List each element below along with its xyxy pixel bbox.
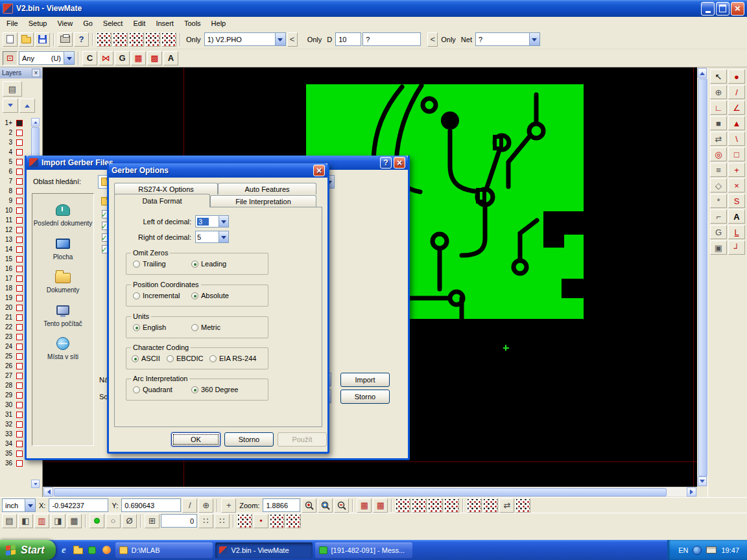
- mirror-icon[interactable]: ⇄: [710, 132, 727, 146]
- gcode-icon[interactable]: G: [115, 51, 130, 65]
- dot-marker-icon[interactable]: •: [254, 514, 268, 528]
- taskbar-window-messenger[interactable]: [191-482-091] - Mess...: [315, 542, 412, 558]
- menu-help[interactable]: Help: [206, 18, 231, 29]
- canvas-horizontal-scrollbar[interactable]: [43, 487, 697, 497]
- layers-panel-header[interactable]: Layers: [0, 67, 42, 78]
- delete-icon[interactable]: ×: [728, 178, 745, 192]
- text-tool-icon[interactable]: A: [163, 51, 178, 65]
- chevron-down-icon[interactable]: [275, 32, 286, 46]
- elbow-icon[interactable]: ⌐: [710, 209, 727, 224]
- scroll-right-icon[interactable]: [687, 487, 696, 496]
- center-target-icon[interactable]: ⊕: [198, 498, 213, 513]
- menu-insert[interactable]: Insert: [150, 18, 179, 29]
- layer-visibility-checkbox[interactable]: [16, 217, 23, 224]
- close-icon[interactable]: [32, 69, 40, 77]
- layer-down-icon[interactable]: [3, 99, 18, 113]
- radio-absolute[interactable]: Absolute: [191, 292, 229, 299]
- g-symbol-icon[interactable]: G: [710, 225, 727, 239]
- menu-file[interactable]: File: [1, 18, 23, 29]
- layers-scroll-down-icon[interactable]: [31, 480, 40, 488]
- layer-visibility-checkbox[interactable]: [16, 266, 23, 272]
- menu-setup[interactable]: Setup: [23, 18, 53, 29]
- tab-auto-features[interactable]: Auto Features: [218, 183, 316, 194]
- layer-visibility-checkbox[interactable]: [16, 285, 23, 292]
- left-decimal-combo[interactable]: 3: [195, 215, 229, 228]
- aperture-pattern-icon-2[interactable]: [270, 514, 285, 528]
- layer-visibility-checkbox[interactable]: [16, 139, 23, 146]
- dcode-input[interactable]: 10: [335, 32, 361, 46]
- scroll-down-icon[interactable]: [698, 476, 707, 486]
- save-file-icon[interactable]: [35, 32, 50, 47]
- transform-icon[interactable]: ⇄: [499, 498, 514, 513]
- origin-point-icon[interactable]: ⊕: [710, 85, 727, 99]
- filled-triangle-icon[interactable]: ▲: [728, 116, 745, 130]
- layer-visibility-checkbox[interactable]: [16, 441, 23, 447]
- layer-up-icon[interactable]: [19, 99, 35, 113]
- tab-data-format[interactable]: Data Format: [114, 194, 210, 207]
- close-button[interactable]: [731, 2, 744, 16]
- layer-visibility-checkbox[interactable]: [16, 227, 23, 233]
- chevron-down-icon[interactable]: [219, 215, 229, 228]
- s-curve-icon[interactable]: S: [728, 194, 745, 208]
- radio-trailing[interactable]: Trailing: [133, 260, 166, 268]
- grid-view-icon[interactable]: ▦: [357, 498, 372, 513]
- render-mode-icon-5[interactable]: [467, 498, 482, 513]
- right-decimal-combo[interactable]: 5: [195, 231, 229, 243]
- layer-visibility-checkbox[interactable]: [16, 237, 23, 243]
- layer-visibility-checkbox[interactable]: [16, 402, 23, 408]
- horizontal-scrollbar-thumb[interactable]: [54, 488, 667, 496]
- aperture-pattern-icon-1[interactable]: [237, 514, 252, 528]
- diamond-icon[interactable]: ◇: [710, 178, 727, 192]
- hatch-icon[interactable]: ▩: [147, 51, 162, 65]
- tab-file-interpretation[interactable]: File Interpretation: [210, 195, 316, 207]
- context-help-icon[interactable]: ?: [74, 32, 89, 47]
- dot-grid-dense-icon[interactable]: ∷: [215, 514, 230, 528]
- only-net-toggle[interactable]: Only: [439, 36, 458, 43]
- start-button[interactable]: Start: [0, 540, 56, 560]
- layer-row[interactable]: 1+: [0, 118, 30, 128]
- panel-icon[interactable]: ▣: [710, 240, 727, 255]
- selection-count-field[interactable]: 0: [161, 514, 197, 528]
- layers-scroll-up-icon[interactable]: [31, 118, 40, 126]
- layer-visibility-checkbox[interactable]: [16, 207, 23, 214]
- aperture-pattern-icon-3[interactable]: [286, 514, 301, 528]
- radio-ascii[interactable]: ASCII: [132, 355, 160, 362]
- import-cancel-button[interactable]: Storno: [340, 390, 390, 404]
- radio-360-degree[interactable]: 360 Degree: [191, 386, 239, 393]
- select-arrow-icon[interactable]: ↖: [710, 69, 727, 84]
- dialog-close-button[interactable]: [394, 157, 405, 169]
- dot-grid-icon[interactable]: ∷: [198, 514, 213, 528]
- import-button[interactable]: Import: [340, 373, 390, 387]
- measure-diagonal-icon[interactable]: /: [182, 498, 197, 513]
- pan-origin-icon[interactable]: +: [221, 498, 236, 513]
- chevron-down-icon[interactable]: [64, 51, 75, 65]
- grid-fill-icon[interactable]: ▦: [131, 51, 146, 65]
- help-button[interactable]: ?: [380, 157, 392, 169]
- chevron-down-icon[interactable]: [25, 498, 36, 512]
- target-circle-icon[interactable]: ◎: [710, 147, 727, 161]
- layer-visibility-checkbox[interactable]: [16, 149, 23, 156]
- round-pad-icon[interactable]: ●: [728, 69, 745, 84]
- layer-visibility-checkbox[interactable]: [16, 460, 23, 467]
- menu-view[interactable]: View: [52, 18, 78, 29]
- layer-visibility-checkbox[interactable]: [16, 431, 23, 438]
- place-desktop[interactable]: Plocha: [32, 236, 93, 261]
- layer-combo[interactable]: 1) V2.PHO: [204, 32, 286, 46]
- layer-visibility-checkbox[interactable]: [16, 450, 23, 457]
- taskbar-window-viewmate[interactable]: V2.bin - ViewMate: [215, 542, 313, 558]
- place-documents[interactable]: Dokumenty: [32, 269, 93, 294]
- net-combo[interactable]: ?: [475, 32, 540, 46]
- layer-visibility-checkbox[interactable]: [16, 178, 23, 185]
- vertical-scrollbar-thumb[interactable]: [698, 78, 707, 476]
- layer-visibility-checkbox[interactable]: [16, 275, 23, 282]
- layer-visibility-checkbox[interactable]: [16, 334, 23, 340]
- tray-keyboard-icon[interactable]: [706, 546, 717, 554]
- unit-combo[interactable]: inch: [2, 498, 36, 512]
- zoom-in-icon[interactable]: [302, 498, 316, 513]
- layer-visibility-checkbox[interactable]: [16, 130, 23, 136]
- rect-outline-icon[interactable]: □: [728, 147, 745, 161]
- half-right-icon[interactable]: ◨: [51, 514, 65, 528]
- display-mode-icon-4[interactable]: [145, 32, 160, 47]
- layer-visibility-checkbox[interactable]: [16, 120, 23, 126]
- ok-button[interactable]: OK: [171, 432, 220, 447]
